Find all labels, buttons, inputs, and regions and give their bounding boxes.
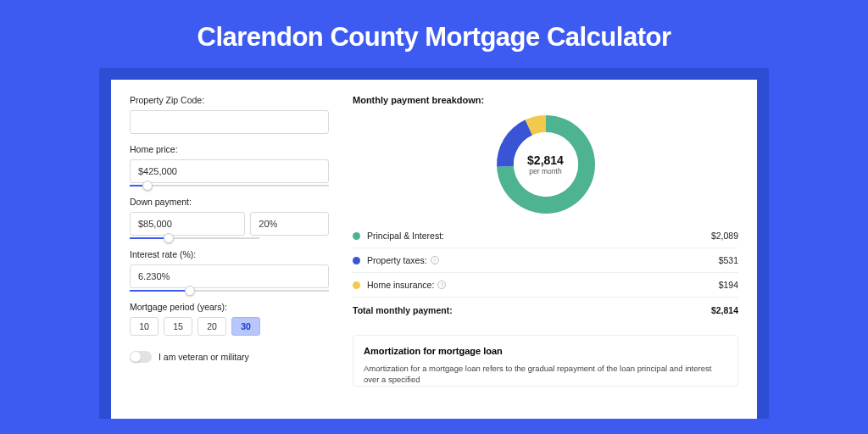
slider-thumb[interactable] (185, 286, 195, 296)
home-price-slider[interactable] (130, 185, 329, 186)
down-payment-field: Down payment: (130, 197, 329, 239)
home-price-field: Home price: (130, 144, 329, 186)
legend-value: $2,089 (711, 231, 738, 241)
payment-donut-chart: $2,814 per month (495, 114, 597, 215)
mortgage-period-label: Mortgage period (years): (130, 302, 329, 312)
down-payment-amount-input[interactable] (130, 212, 245, 236)
breakdown-column: Monthly payment breakdown: $2,814 per mo… (353, 95, 738, 403)
legend-row: Property taxes:?$531 (353, 248, 738, 273)
total-row: Total monthly payment: $2,814 (353, 298, 738, 323)
legend-row: Principal & Interest:$2,089 (353, 224, 738, 248)
legend-label: Principal & Interest: (367, 231, 711, 241)
info-icon[interactable]: ? (431, 256, 439, 264)
period-option-15[interactable]: 15 (164, 317, 192, 336)
page-title: Clarendon County Mortgage Calculator (0, 0, 868, 68)
veteran-toggle[interactable] (130, 351, 152, 363)
legend-value: $531 (719, 255, 738, 265)
legend-label: Home insurance:? (367, 280, 719, 290)
legend-dot (353, 232, 360, 240)
amortization-text: Amortization for a mortgage loan refers … (364, 363, 727, 386)
amortization-card: Amortization for mortgage loan Amortizat… (353, 335, 738, 387)
down-payment-label: Down payment: (130, 197, 329, 207)
zip-input[interactable] (130, 110, 329, 134)
interest-rate-field: Interest rate (%): (130, 249, 329, 292)
inputs-column: Property Zip Code: Home price: Down paym… (130, 95, 329, 403)
period-option-30[interactable]: 30 (231, 317, 260, 336)
mortgage-period-options: 10152030 (130, 317, 329, 336)
legend-dot (353, 257, 360, 264)
total-value: $2,814 (711, 305, 738, 315)
legend-label: Property taxes:? (367, 255, 719, 265)
donut-wrap: $2,814 per month (353, 110, 738, 224)
home-price-input[interactable] (130, 159, 329, 183)
legend-dot (353, 281, 360, 289)
legend-row: Home insurance:?$194 (353, 273, 738, 298)
donut-center: $2,814 per month (514, 132, 578, 197)
period-option-20[interactable]: 20 (198, 317, 226, 336)
amortization-title: Amortization for mortgage loan (364, 346, 727, 356)
slider-thumb[interactable] (164, 233, 174, 243)
breakdown-heading: Monthly payment breakdown: (353, 95, 738, 105)
down-payment-slider[interactable] (130, 237, 259, 239)
veteran-row: I am veteran or military (130, 351, 329, 363)
period-option-10[interactable]: 10 (130, 317, 159, 336)
down-payment-percent-input[interactable] (250, 212, 329, 236)
legend-value: $194 (719, 280, 738, 290)
legend: Principal & Interest:$2,089Property taxe… (353, 224, 738, 298)
zip-field: Property Zip Code: (130, 95, 329, 134)
interest-rate-input[interactable] (130, 264, 329, 288)
calculator-frame: Property Zip Code: Home price: Down paym… (99, 68, 769, 419)
info-icon[interactable]: ? (437, 281, 446, 289)
mortgage-period-field: Mortgage period (years): 10152030 (130, 302, 329, 336)
donut-amount: $2,814 (527, 153, 564, 167)
home-price-label: Home price: (130, 144, 329, 154)
slider-thumb[interactable] (142, 181, 153, 191)
interest-rate-label: Interest rate (%): (130, 249, 329, 259)
donut-sub: per month (529, 167, 561, 175)
veteran-label: I am veteran or military (159, 352, 249, 362)
zip-label: Property Zip Code: (130, 95, 329, 105)
interest-rate-slider[interactable] (130, 290, 329, 292)
calculator-card: Property Zip Code: Home price: Down paym… (111, 80, 757, 419)
total-label: Total monthly payment: (353, 305, 711, 315)
